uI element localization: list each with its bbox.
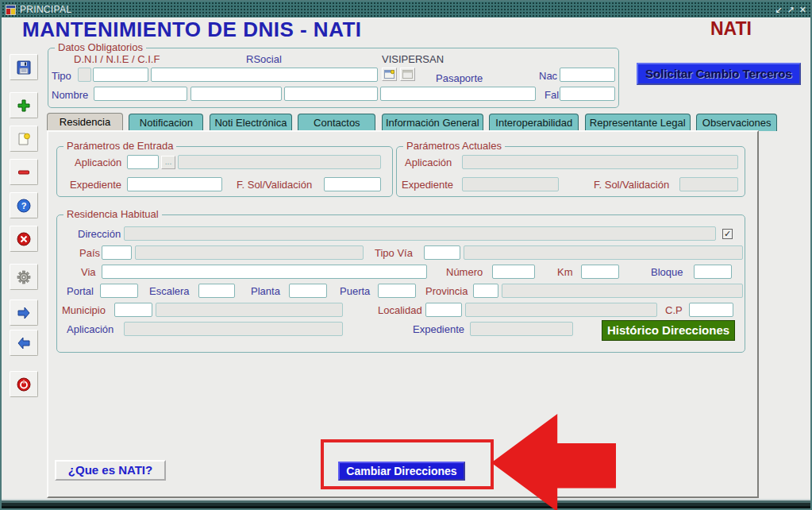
new-record-button[interactable] <box>10 126 38 152</box>
tab-representante-legal[interactable]: Representante Legal <box>585 114 691 131</box>
tipo-code-field <box>78 68 91 82</box>
delete-record-button[interactable] <box>10 159 38 185</box>
datos-obligatorios-legend: Datos Obligatorios <box>55 41 146 53</box>
puerta-field[interactable] <box>378 284 416 298</box>
tab-contactos[interactable]: Contactos <box>298 114 375 131</box>
tipo-via-desc-field <box>464 245 743 260</box>
tab-bar: Residencia Notificacion Noti Electrónica… <box>47 113 779 131</box>
entrada-aplicacion-desc-field <box>178 155 381 169</box>
application-window: PRINCIPAL ↙ ↗ ✕ MANTENIMIENTO DE DNIS - … <box>0 0 812 510</box>
municipio-field[interactable] <box>114 303 152 317</box>
nombre-field-2[interactable] <box>190 87 282 101</box>
bloque-field[interactable] <box>694 265 732 279</box>
fal-field[interactable] <box>560 87 615 101</box>
tipo-via-field[interactable] <box>424 245 460 260</box>
res-aplicacion-field <box>124 322 343 336</box>
rsocial-field[interactable] <box>151 68 378 82</box>
settings-button[interactable] <box>10 264 38 290</box>
new-document-icon <box>16 131 32 147</box>
planta-field[interactable] <box>289 284 327 298</box>
plus-icon <box>16 98 32 114</box>
visipersan-new-button[interactable] <box>382 68 397 81</box>
via-field[interactable] <box>102 265 427 279</box>
cp-label: C.P <box>665 304 683 316</box>
provincia-field[interactable] <box>473 284 498 298</box>
actuales-aplicacion-field <box>462 155 738 169</box>
actuales-aplicacion-label: Aplicación <box>405 156 452 168</box>
portal-label: Portal <box>67 285 94 297</box>
close-icon[interactable]: ✕ <box>799 4 806 15</box>
que-es-nati-button[interactable]: ¿Que es NATI? <box>55 460 166 481</box>
cambiar-direcciones-button[interactable]: Cambiar Direcciones <box>338 462 465 481</box>
power-icon <box>16 377 32 392</box>
direccion-field <box>124 226 716 241</box>
dni-field[interactable] <box>93 68 148 82</box>
pais-label: País <box>79 247 100 259</box>
window-icon <box>6 5 16 15</box>
actuales-expediente-field <box>462 177 559 191</box>
cp-field[interactable] <box>689 303 733 317</box>
window-title: PRINCIPAL <box>20 4 71 15</box>
pais-field[interactable] <box>102 245 132 260</box>
parametros-entrada-group: Parámetros de Entrada Aplicación ... Exp… <box>56 146 393 197</box>
nac-label: Nac <box>539 70 557 82</box>
res-expediente-field <box>470 322 573 336</box>
nombre-field-1[interactable] <box>94 87 187 101</box>
save-button[interactable] <box>10 54 38 80</box>
visipersan-label: VISIPERSAN <box>382 53 444 65</box>
entrada-aplicacion-field[interactable] <box>127 155 159 169</box>
page-title: MANTENIMIENTO DE DNIS - NATI <box>22 17 362 42</box>
numero-field[interactable] <box>492 265 535 279</box>
minimize-icon[interactable]: ↙ <box>775 4 782 15</box>
cancel-button[interactable] <box>10 226 38 252</box>
help-button[interactable]: ? <box>10 192 38 218</box>
entrada-aplicacion-label: Aplicación <box>75 156 121 168</box>
tab-notificacion[interactable]: Notificacion <box>129 114 203 131</box>
previous-record-button[interactable] <box>10 330 38 356</box>
maximize-icon[interactable]: ↗ <box>787 4 795 15</box>
residencia-habitual-group: Residencia Habitual Dirección ✓ País Tip… <box>56 214 745 353</box>
tipo-label: Tipo <box>52 70 71 82</box>
tab-interoperabilidad[interactable]: Interoperabilidad <box>489 114 579 131</box>
direccion-label: Dirección <box>78 228 121 240</box>
direccion-checkbox[interactable]: ✓ <box>722 229 733 239</box>
escalera-label: Escalera <box>149 285 190 297</box>
escalera-field[interactable] <box>198 284 235 298</box>
historico-direcciones-button[interactable]: Histórico Direcciones <box>602 320 735 341</box>
exit-button[interactable] <box>10 371 38 397</box>
via-label: Via <box>81 266 96 278</box>
nac-field[interactable] <box>560 68 615 82</box>
parametros-actuales-legend: Parámetros Actuales <box>403 140 505 152</box>
visipersan-open-button[interactable] <box>400 68 415 81</box>
nombre-field-3[interactable] <box>284 87 378 101</box>
planta-label: Planta <box>251 285 280 297</box>
entrada-fsol-field[interactable] <box>324 177 381 191</box>
actuales-fsol-field <box>679 177 738 191</box>
entrada-expediente-field[interactable] <box>127 177 222 191</box>
portal-field[interactable] <box>100 284 138 298</box>
municipio-label: Municipio <box>62 304 106 316</box>
tab-informacion-general[interactable]: Información General <box>382 114 483 131</box>
tab-observaciones[interactable]: Observaciones <box>696 114 777 131</box>
fal-label: Fal <box>545 89 559 101</box>
bloque-label: Bloque <box>651 266 683 278</box>
localidad-field[interactable] <box>425 303 462 317</box>
numero-label: Número <box>446 266 483 278</box>
pasaporte-label: Pasaporte <box>436 72 483 84</box>
tab-residencia[interactable]: Residencia <box>47 113 123 131</box>
entrada-aplicacion-lov-button[interactable]: ... <box>161 156 175 169</box>
window-bottom-edge <box>2 499 810 508</box>
entrada-fsol-label: F. Sol/Validación <box>237 179 312 191</box>
localidad-label: Localidad <box>378 304 422 316</box>
pais-desc-field <box>135 245 364 260</box>
pasaporte-field[interactable] <box>380 87 536 101</box>
nombre-label: Nombre <box>52 89 88 101</box>
solicitar-cambio-terceros-button[interactable]: Solicitar Cambio Terceros <box>637 63 801 85</box>
title-bar: PRINCIPAL ↙ ↗ ✕ <box>2 2 810 17</box>
svg-text:?: ? <box>21 201 27 211</box>
km-field[interactable] <box>581 265 619 279</box>
add-record-button[interactable] <box>10 92 38 118</box>
res-expediente-label: Expediente <box>413 323 464 335</box>
tab-noti-electronica[interactable]: Noti Electrónica <box>210 114 292 131</box>
next-record-button[interactable] <box>10 299 38 326</box>
